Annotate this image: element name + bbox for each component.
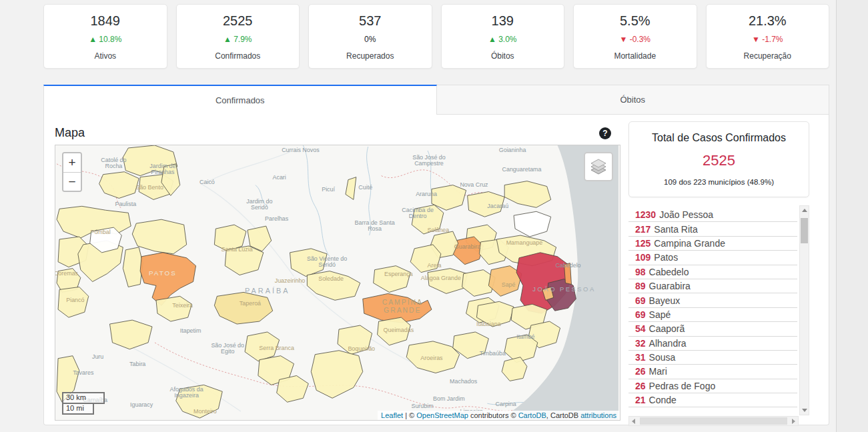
tab-label: Óbitos [620,95,645,105]
map-place-label: Dentro [409,213,427,219]
scroll-up-button[interactable] [800,206,809,215]
attribution-text: | © [403,411,416,419]
stat-value: 5.5% [574,13,697,29]
stat-value: 1849 [44,13,167,29]
scroll-down-button[interactable] [800,406,809,415]
stat-card: 139 ▲ 3.0% Óbitos [441,4,565,69]
zoom-out-button[interactable]: − [63,172,81,191]
municipality-name: Conde [649,395,677,405]
stat-card: 537 0% Recuperados [308,4,432,69]
stat-label: Recuperados [309,51,432,61]
map-place-label: Ingazeira [174,392,199,399]
map-place-label: JOÃO PESSOA [532,285,595,293]
map-place-label: Piancó [66,297,84,303]
map-scale-control: 30 km 10 mi [62,392,105,415]
stat-delta: ▲ 3.0% [442,35,564,44]
map-place-label: Paulista [115,201,136,207]
horizontal-scroll-thumb[interactable] [640,417,787,425]
map-place-label: Monteiro [193,408,217,415]
map-place-label: Juru [92,353,103,360]
map-place-label: Timbaúba [480,350,506,357]
municipality-name: Bayeux [649,295,681,306]
attribution-text: contributors © [468,411,518,419]
stat-delta: ▼ -0.3% [574,35,697,44]
stat-label: Mortalidade [574,51,697,61]
map-place-label: GRANDE [384,307,421,314]
case-count: 89 [635,281,646,291]
attributions-link[interactable]: attributions [580,411,616,419]
map-place-label: Sapé [502,281,516,288]
map-place-label: Guarabira [454,243,481,250]
map-place-label: Pombal [90,229,110,235]
vertical-scroll-thumb[interactable] [801,218,808,243]
map-place-label: Itapetim [180,327,201,334]
summary-total: 2525 [629,152,809,169]
map-place-label: Currais Novos [282,147,320,153]
osm-link[interactable]: OpenStreetMap [416,411,468,419]
leaflet-link[interactable]: Leaflet [381,411,403,419]
map-place-label: Alagoa Grande [421,275,461,281]
map-place-label: Carpina [496,401,516,407]
stat-delta: 0% [309,35,432,44]
map-title: Mapa [55,126,85,140]
stat-label: Confirmados [177,51,300,61]
vertical-scrollbar[interactable] [799,205,809,415]
layers-control-button[interactable] [584,152,613,181]
help-icon[interactable]: ? [599,127,611,139]
map-attribution: Leaflet | © OpenStreetMap contributors ©… [378,411,620,420]
map-place-label: Picuí [322,186,335,193]
stat-card: 21.3% ▼ -1.7% Recuperação [706,4,830,69]
cartodb-link[interactable]: CartoDB [518,411,546,419]
case-count: 21 [635,395,646,405]
tab-bar: Confirmados Óbitos [43,85,829,115]
summary-subtitle: 109 dos 223 municípios (48.9%) [629,178,809,186]
map-place-label: Rocha [105,163,123,169]
map-place-label: Bom Jardim [433,395,465,402]
stat-label: Ativos [44,51,167,61]
map-place-label: PARAÍBA [245,287,290,295]
map-place-label: Piranhas [151,169,175,175]
map-place-label: Caicó [199,179,215,185]
case-count: 1230 [635,209,656,220]
case-count: 125 [635,238,650,249]
list-item: 26 Pedras de Fogo [628,379,797,393]
zoom-in-button[interactable]: + [63,153,81,172]
map-place-label: Nova Cruz [460,181,488,188]
scroll-right-button[interactable] [789,417,798,425]
case-count: 32 [635,338,646,349]
map-place-label: CAMPINA [382,299,423,306]
up-arrow-icon [802,209,807,212]
tab-obitos[interactable]: Óbitos [437,85,830,115]
tab-confirmados[interactable]: Confirmados [43,85,437,115]
case-count: 69 [635,309,646,320]
list-item: 89 Guarabira [628,279,797,293]
map-header: Mapa ? [55,121,620,145]
stat-delta: ▲ 10.8% [44,35,167,44]
municipality-list: 1230 João Pessoa 217 Santa Rita 125 Camp… [628,205,809,426]
map-place-label: Teixeira [172,302,193,309]
scroll-left-button[interactable] [629,417,638,425]
summary-title: Total de Casos Confirmados [629,132,809,144]
case-count: 31 [635,352,646,363]
stat-card: 1849 ▲ 10.8% Ativos [43,4,167,69]
horizontal-scrollbar[interactable] [628,416,799,426]
case-count: 26 [635,366,646,377]
tab-panel-confirmados: Mapa ? Catolé doRochaCurrais NovosJardim… [43,115,829,425]
case-count: 98 [635,267,646,277]
list-item: 217 Santa Rita [628,222,797,236]
map-place-label: Goianinha [499,147,526,153]
map-place-label: Itabaiana [476,321,501,327]
municipality-name: Guarabira [649,281,691,291]
map-place-label: Taperoá [240,300,261,307]
municipality-rows: 1230 João Pessoa 217 Santa Rita 125 Camp… [628,208,797,415]
stat-value: 139 [442,13,564,29]
list-item: 26 Mari [628,365,797,379]
map-place-label: Itambé [516,333,534,340]
stat-card: 2525 ▲ 7.9% Confirmados [176,4,300,69]
list-item: 21 Conde [628,393,797,407]
map-place-label: Seridó [251,204,268,211]
leaflet-map[interactable]: Catolé doRochaCurrais NovosJardim dePira… [55,145,620,421]
dashboard: 1849 ▲ 10.8% Ativos 2525 ▲ 7.9% Confirma… [43,0,829,425]
map-place-label: Campestre [414,160,444,167]
municipality-name: Pedras de Fogo [649,381,716,391]
